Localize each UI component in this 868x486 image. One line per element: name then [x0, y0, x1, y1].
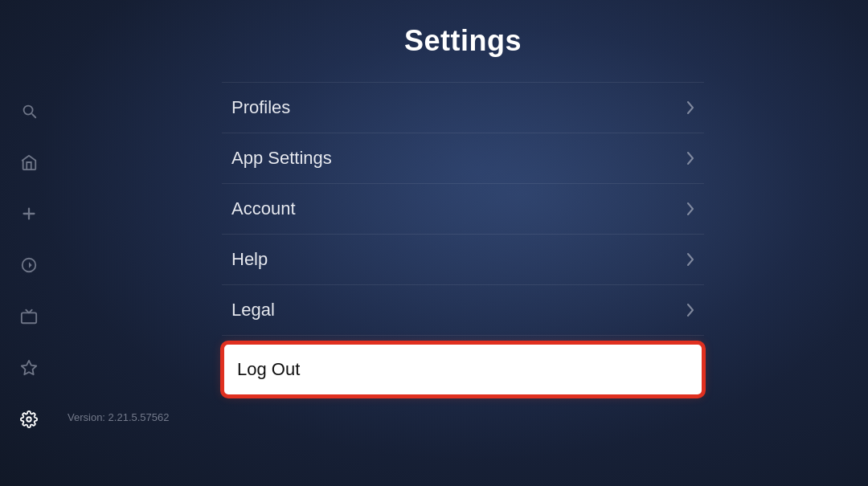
svg-point-2 [27, 417, 31, 422]
version-text: Version: 2.21.5.57562 [58, 411, 540, 423]
settings-menu: Profiles App Settings Account Help Legal [222, 82, 704, 336]
svg-rect-1 [22, 312, 36, 323]
star-icon [20, 359, 38, 377]
menu-item-help-label: Help [231, 249, 268, 270]
main-content: Settings Profiles App Settings Account H… [58, 0, 868, 486]
sidebar-item-movies[interactable] [14, 251, 43, 280]
menu-item-help[interactable]: Help [222, 235, 704, 285]
chevron-right-icon [686, 151, 694, 165]
chevron-right-icon [686, 303, 694, 317]
settings-icon [20, 410, 38, 428]
sidebar-item-add[interactable] [14, 199, 43, 228]
sidebar-item-favorites[interactable] [14, 353, 43, 382]
page-title: Settings [404, 24, 522, 58]
sidebar-item-tv[interactable] [14, 302, 43, 331]
sidebar [0, 0, 58, 486]
menu-item-app-settings-label: App Settings [231, 148, 332, 169]
menu-item-profiles-label: Profiles [231, 97, 290, 118]
tv-icon [20, 308, 38, 325]
chevron-right-icon [686, 252, 694, 267]
sidebar-item-search[interactable] [14, 96, 43, 125]
menu-item-account[interactable]: Account [222, 184, 704, 235]
menu-item-app-settings[interactable]: App Settings [222, 133, 704, 184]
movies-icon [20, 256, 38, 274]
menu-item-legal-label: Legal [231, 300, 275, 321]
menu-item-legal[interactable]: Legal [222, 285, 704, 336]
sidebar-item-settings[interactable] [14, 405, 43, 434]
menu-item-profiles[interactable]: Profiles [222, 82, 704, 133]
search-icon [20, 102, 38, 120]
chevron-right-icon [686, 100, 694, 115]
home-icon [20, 153, 38, 171]
logout-button-label: Log Out [237, 359, 300, 380]
menu-item-account-label: Account [231, 198, 296, 219]
logout-button[interactable]: Log Out [222, 342, 704, 397]
add-icon [20, 205, 38, 223]
sidebar-item-home[interactable] [14, 148, 43, 177]
chevron-right-icon [686, 202, 694, 216]
